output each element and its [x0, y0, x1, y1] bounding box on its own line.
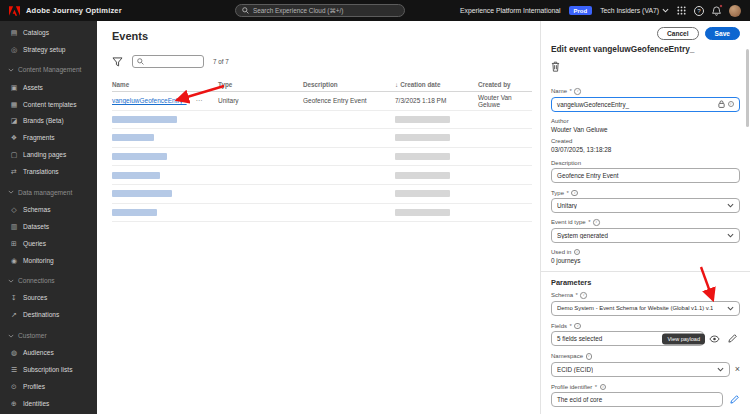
- list-toolbar: 7 of 7: [112, 55, 532, 68]
- type-select[interactable]: Unitary: [551, 198, 740, 213]
- sidebar-item-label: Datasets: [23, 223, 49, 230]
- cancel-button[interactable]: Cancel: [657, 27, 699, 40]
- column-header-name[interactable]: Name: [112, 81, 218, 88]
- notifications-button[interactable]: [712, 6, 721, 16]
- column-header-creation-date[interactable]: ↓Creation date: [395, 81, 478, 88]
- sidebar-item-strategy-setup[interactable]: ◎Strategy setup: [0, 41, 97, 58]
- clear-namespace-icon[interactable]: ×: [735, 365, 740, 374]
- info-icon[interactable]: i: [593, 219, 600, 226]
- sidebar-item-label: Content templates: [23, 101, 77, 108]
- redacted-cell-bar: [395, 190, 450, 197]
- sidebar-item-audiences[interactable]: ◍Audiences: [0, 344, 97, 361]
- sidebar-item-translations[interactable]: ⇄Translations: [0, 163, 97, 180]
- save-button[interactable]: Save: [705, 27, 740, 40]
- table-search-input[interactable]: [132, 55, 204, 68]
- redacted-cell-bar: [395, 153, 450, 160]
- sidebar-item-assets[interactable]: ▣Assets: [0, 79, 97, 96]
- avatar[interactable]: [729, 5, 741, 17]
- sidebar-section-customer[interactable]: Customer: [0, 327, 97, 344]
- sidebar-item-sources[interactable]: ↧Sources: [0, 289, 97, 306]
- info-icon[interactable]: i: [600, 384, 607, 391]
- table-row[interactable]: [112, 111, 532, 130]
- eye-icon: [709, 335, 720, 343]
- schema-select[interactable]: Demo System - Event Schema for Website (…: [551, 301, 740, 316]
- table-row[interactable]: vangeluwGeofenceEntry_ ⋯ Unitary Geofenc…: [112, 92, 532, 111]
- table-row[interactable]: [112, 129, 532, 148]
- profile-identifier-input[interactable]: The ecid of core: [551, 392, 723, 407]
- sidebar-section-connections[interactable]: Connections: [0, 272, 97, 289]
- left-nav: ▤Catalogs ◎Strategy setup Content Manage…: [0, 21, 97, 414]
- cell-type: Unitary: [218, 97, 303, 104]
- org-label[interactable]: Experience Platform International: [460, 7, 561, 14]
- brand[interactable]: Adobe Journey Optimizer: [9, 6, 122, 16]
- sidebar-section-content-management[interactable]: Content Management: [0, 62, 97, 79]
- namespace-field-group: Namespacei ECID (ECID) ×: [551, 353, 740, 377]
- scrollbar[interactable]: [746, 49, 749, 127]
- sidebar-item-datasets[interactable]: ▥Datasets: [0, 218, 97, 235]
- search-icon: [137, 58, 144, 65]
- sidebar-item-identities[interactable]: ⊕Identities: [0, 395, 97, 412]
- more-actions-icon[interactable]: ⋯: [195, 97, 203, 105]
- edit-profile-identifier-button[interactable]: [728, 392, 740, 407]
- sidebar-item-queries[interactable]: ⊞Queries: [0, 235, 97, 252]
- info-icon[interactable]: i: [728, 101, 735, 108]
- sidebar-item-label: Landing pages: [23, 151, 66, 158]
- content-templates-icon: ▦: [10, 101, 18, 108]
- sidebar-item-schemas[interactable]: ◇Schemas: [0, 201, 97, 218]
- delete-button[interactable]: [551, 61, 560, 72]
- sidebar-section-data-management[interactable]: Data management: [0, 184, 97, 201]
- chevron-down-icon: [8, 68, 14, 72]
- sidebar-item-fragments[interactable]: ❖Fragments: [0, 129, 97, 146]
- required-marker: *: [588, 219, 590, 225]
- table-row[interactable]: [112, 148, 532, 167]
- redacted-cell-bar: [112, 116, 177, 123]
- edit-fields-button[interactable]: [725, 331, 740, 346]
- column-header-description[interactable]: Description: [303, 81, 395, 88]
- sources-icon: ↧: [10, 294, 18, 301]
- view-payload-tooltip: View payload: [662, 333, 705, 344]
- pencil-icon: [728, 334, 737, 343]
- required-marker: *: [576, 292, 578, 298]
- info-icon[interactable]: i: [580, 292, 587, 299]
- sidebar-item-monitoring[interactable]: ◉Monitoring: [0, 252, 97, 269]
- top-bar-right: Experience Platform International Prod T…: [460, 5, 741, 17]
- sidebar-item-catalogs[interactable]: ▤Catalogs: [0, 24, 97, 41]
- info-icon[interactable]: i: [574, 88, 581, 95]
- info-icon[interactable]: i: [574, 249, 581, 256]
- description-input[interactable]: Geofence Entry Event: [551, 168, 740, 183]
- sidebar-item-content-templates[interactable]: ▦Content templates: [0, 96, 97, 113]
- sidebar-item-destinations[interactable]: ↗Destinations: [0, 306, 97, 323]
- help-icon[interactable]: ?: [694, 6, 704, 16]
- table-row[interactable]: [112, 185, 532, 204]
- sidebar-item-profiles[interactable]: ⊙Profiles: [0, 378, 97, 395]
- redacted-cell-bar: [112, 190, 172, 197]
- sidebar-item-landing-pages[interactable]: ▢Landing pages: [0, 146, 97, 163]
- redacted-cell-bar: [112, 153, 167, 160]
- sort-desc-icon: ↓: [395, 81, 398, 88]
- sidebar-item-label: Catalogs: [23, 29, 49, 36]
- column-header-created-by[interactable]: Created by: [478, 81, 532, 88]
- filter-icon[interactable]: [112, 57, 123, 67]
- required-marker: *: [570, 323, 572, 329]
- apps-grid-icon[interactable]: [677, 6, 686, 15]
- sandbox-switcher[interactable]: Tech Insiders (VA7): [600, 7, 669, 14]
- info-icon[interactable]: i: [586, 353, 593, 360]
- info-icon[interactable]: i: [571, 190, 578, 197]
- created-label: Created: [551, 138, 572, 144]
- event-name-link[interactable]: vangeluwGeofenceEntry_: [112, 97, 186, 104]
- info-icon[interactable]: i: [574, 323, 581, 330]
- event-id-type-select[interactable]: System generated: [551, 228, 740, 243]
- experience-cloud-search[interactable]: Search Experience Cloud (⌘+/): [235, 4, 405, 17]
- sidebar-section-label: Connections: [18, 277, 55, 285]
- type-field-group: Type*i Unitary: [551, 190, 740, 214]
- view-payload-button[interactable]: [707, 331, 722, 346]
- column-header-type[interactable]: Type: [218, 81, 303, 88]
- created-value: 03/07/2025, 13:18:28: [551, 146, 740, 153]
- namespace-select[interactable]: ECID (ECID): [551, 362, 730, 377]
- name-input[interactable]: vangeluwGeofenceEntry_ i: [551, 97, 740, 112]
- table-header: Name Type Description ↓Creation date Cre…: [112, 77, 532, 92]
- sidebar-item-brands[interactable]: ◪Brands (Beta): [0, 112, 97, 129]
- table-row[interactable]: [112, 204, 532, 223]
- table-row[interactable]: [112, 166, 532, 185]
- sidebar-item-subscription-lists[interactable]: ☰Subscription lists: [0, 361, 97, 378]
